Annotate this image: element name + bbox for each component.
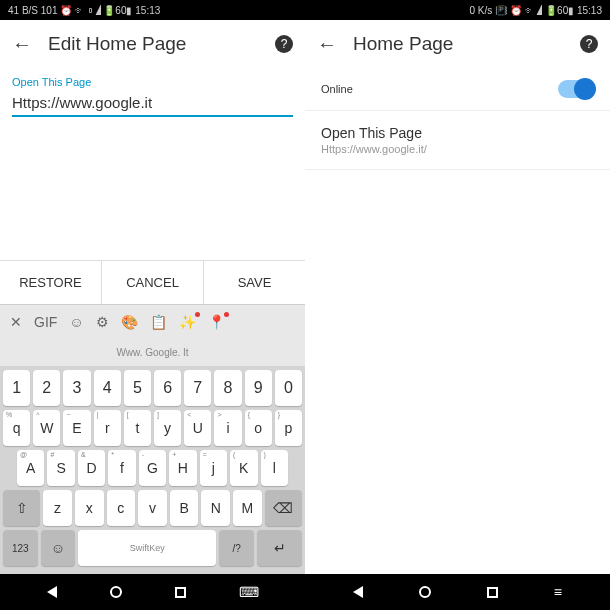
key-S[interactable]: #S: [47, 450, 74, 486]
key-D[interactable]: &D: [78, 450, 105, 486]
key-l[interactable]: )l: [261, 450, 288, 486]
right-screen: 0 K/s 📳 ⏰ ᯤ ◢ 🔋60▮ 15:13 ← Home Page ? O…: [305, 0, 610, 610]
key-K[interactable]: (K: [230, 450, 257, 486]
key-r[interactable]: |r: [94, 410, 121, 446]
key-9[interactable]: 9: [245, 370, 272, 406]
key-0[interactable]: 0: [275, 370, 302, 406]
key-W[interactable]: ^W: [33, 410, 60, 446]
key-t[interactable]: [t: [124, 410, 151, 446]
backspace-key[interactable]: ⌫: [265, 490, 302, 526]
key-3[interactable]: 3: [63, 370, 90, 406]
space-key[interactable]: SwiftKey: [78, 530, 216, 566]
magic-icon[interactable]: ✨: [179, 314, 196, 330]
key-4[interactable]: 4: [94, 370, 121, 406]
palette-icon[interactable]: 🎨: [121, 314, 138, 330]
keyboard-row-4: ⇧ zxcvBNM⌫: [3, 490, 302, 526]
nav-recent-icon[interactable]: [175, 587, 186, 598]
nav-menu-icon[interactable]: ≡: [554, 584, 562, 600]
nav-back-icon[interactable]: [353, 586, 363, 598]
action-row: RESTORE CANCEL SAVE: [0, 260, 305, 304]
num-key[interactable]: 123: [3, 530, 38, 566]
back-icon[interactable]: ←: [12, 33, 32, 56]
keyboard: 1234567890 %q^W~E|r[t]y<U>i{o}p @A#S&D*f…: [0, 366, 305, 574]
slash-key[interactable]: /?: [219, 530, 254, 566]
key-x[interactable]: x: [75, 490, 104, 526]
key-E[interactable]: ~E: [63, 410, 90, 446]
page-title: Edit Home Page: [48, 33, 259, 55]
key-A[interactable]: @A: [17, 450, 44, 486]
key-H[interactable]: +H: [169, 450, 196, 486]
key-M[interactable]: M: [233, 490, 262, 526]
nav-home-icon[interactable]: [110, 586, 122, 598]
key-y[interactable]: ]y: [154, 410, 181, 446]
nav-keyboard-icon[interactable]: ⌨: [239, 584, 259, 600]
cancel-button[interactable]: CANCEL: [102, 261, 204, 304]
link-title: Open This Page: [321, 125, 594, 141]
status-right: 0 K/s 📳 ⏰ ᯤ ◢ 🔋60▮ 15:13: [469, 5, 602, 16]
status-bar: 41 B/S 101 ⏰ ᯤ ▯ ◢ 🔋60▮ 15:13: [0, 0, 305, 20]
key-5[interactable]: 5: [124, 370, 151, 406]
toggle-switch[interactable]: [558, 80, 594, 98]
field-label: Open This Page: [0, 76, 305, 88]
nav-bar: ⌨: [0, 574, 305, 610]
sticker-icon[interactable]: ☺: [69, 314, 83, 330]
close-icon[interactable]: ✕: [10, 314, 22, 330]
key-i[interactable]: >i: [214, 410, 241, 446]
key-2[interactable]: 2: [33, 370, 60, 406]
emoji-key[interactable]: ☺: [41, 530, 76, 566]
help-icon[interactable]: ?: [275, 35, 293, 53]
keyboard-row-3: @A#S&D*f-G+H=j(K)l: [3, 450, 302, 486]
save-button[interactable]: SAVE: [204, 261, 305, 304]
left-screen: 41 B/S 101 ⏰ ᯤ ▯ ◢ 🔋60▮ 15:13 ← Edit Hom…: [0, 0, 305, 610]
key-j[interactable]: =j: [200, 450, 227, 486]
key-q[interactable]: %q: [3, 410, 30, 446]
nav-recent-icon[interactable]: [487, 587, 498, 598]
enter-key[interactable]: ↵: [257, 530, 302, 566]
key-c[interactable]: c: [107, 490, 136, 526]
nav-home-icon[interactable]: [419, 586, 431, 598]
nav-back-icon[interactable]: [47, 586, 57, 598]
nav-bar: ≡: [305, 574, 610, 610]
gear-icon[interactable]: ⚙: [96, 314, 109, 330]
toggle-row[interactable]: Online: [305, 68, 610, 111]
key-z[interactable]: z: [43, 490, 72, 526]
page-title: Home Page: [353, 33, 564, 55]
keyboard-row-1: 1234567890: [3, 370, 302, 406]
clipboard-icon[interactable]: 📋: [150, 314, 167, 330]
shift-key[interactable]: ⇧: [3, 490, 40, 526]
key-B[interactable]: B: [170, 490, 199, 526]
keyboard-row-5: 123 ☺ SwiftKey /? ↵: [3, 530, 302, 566]
key-v[interactable]: v: [138, 490, 167, 526]
restore-button[interactable]: RESTORE: [0, 261, 102, 304]
key-f[interactable]: *f: [108, 450, 135, 486]
key-o[interactable]: {o: [245, 410, 272, 446]
key-1[interactable]: 1: [3, 370, 30, 406]
keyboard-row-2: %q^W~E|r[t]y<U>i{o}p: [3, 410, 302, 446]
homepage-link-row[interactable]: Open This Page Https://www.google.it/: [305, 111, 610, 170]
key-8[interactable]: 8: [214, 370, 241, 406]
back-icon[interactable]: ←: [317, 33, 337, 56]
key-7[interactable]: 7: [184, 370, 211, 406]
keyboard-suggestion[interactable]: Www. Google. It: [0, 338, 305, 366]
toggle-label: Online: [321, 83, 353, 95]
key-U[interactable]: <U: [184, 410, 211, 446]
location-icon[interactable]: 📍: [208, 314, 225, 330]
url-input[interactable]: [12, 90, 293, 117]
header: ← Edit Home Page ?: [0, 20, 305, 68]
gif-icon[interactable]: GIF: [34, 314, 57, 330]
help-icon[interactable]: ?: [580, 35, 598, 53]
keyboard-toolbar: ✕ GIF ☺ ⚙ 🎨 📋 ✨ 📍: [0, 304, 305, 338]
key-N[interactable]: N: [201, 490, 230, 526]
key-6[interactable]: 6: [154, 370, 181, 406]
link-url: Https://www.google.it/: [321, 143, 594, 155]
status-bar: 0 K/s 📳 ⏰ ᯤ ◢ 🔋60▮ 15:13: [305, 0, 610, 20]
status-left: 41 B/S 101 ⏰ ᯤ ▯ ◢ 🔋60▮ 15:13: [8, 5, 160, 16]
header: ← Home Page ?: [305, 20, 610, 68]
key-p[interactable]: }p: [275, 410, 302, 446]
key-G[interactable]: -G: [139, 450, 166, 486]
